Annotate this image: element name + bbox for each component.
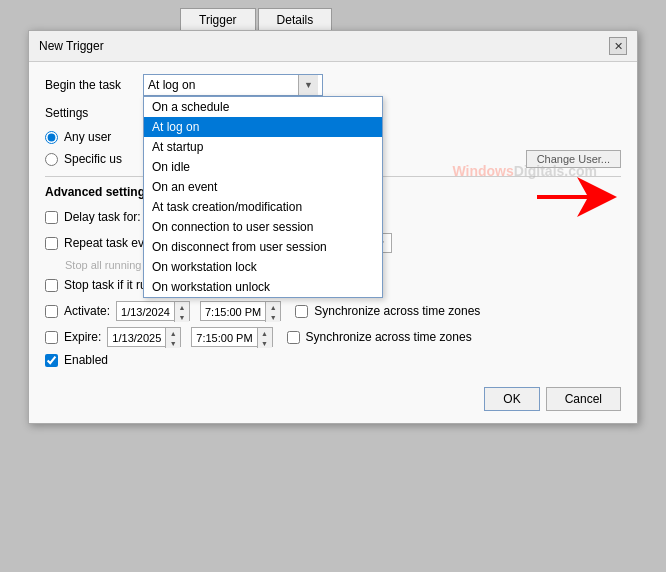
activate-sync-label: Synchronize across time zones bbox=[314, 304, 480, 318]
dropdown-item-1[interactable]: At log on bbox=[144, 117, 382, 137]
dropdown-item-6[interactable]: On connection to user session bbox=[144, 217, 382, 237]
activate-time-down[interactable]: ▼ bbox=[266, 312, 280, 322]
expire-sync-checkbox[interactable] bbox=[287, 331, 300, 344]
activate-date-up[interactable]: ▲ bbox=[175, 302, 189, 312]
activate-row: Activate: 1/13/2024 ▲ ▼ 7:15:00 PM ▲ ▼ S… bbox=[45, 301, 621, 321]
enabled-row: Enabled bbox=[45, 353, 621, 367]
expire-date-up[interactable]: ▲ bbox=[166, 328, 180, 338]
activate-date-field[interactable]: 1/13/2024 ▲ ▼ bbox=[116, 301, 190, 321]
activate-date-spin[interactable]: ▲ ▼ bbox=[174, 302, 189, 322]
stop-if-checkbox[interactable] bbox=[45, 279, 58, 292]
expire-time-down[interactable]: ▼ bbox=[258, 338, 272, 348]
any-user-radio[interactable] bbox=[45, 131, 58, 144]
dropdown-item-4[interactable]: On an event bbox=[144, 177, 382, 197]
begin-task-row: Begin the task At log on ▼ On a schedule… bbox=[45, 74, 621, 96]
delay-task-checkbox[interactable] bbox=[45, 211, 58, 224]
delay-task-label: Delay task for: bbox=[64, 210, 141, 224]
begin-task-dropdown-wrapper: At log on ▼ On a schedule At log on At s… bbox=[143, 74, 323, 96]
activate-time-field[interactable]: 7:15:00 PM ▲ ▼ bbox=[200, 301, 281, 321]
expire-date-text: 1/13/2025 bbox=[108, 328, 165, 346]
activate-sync-checkbox[interactable] bbox=[295, 305, 308, 318]
change-user-button[interactable]: Change User... bbox=[526, 150, 621, 168]
dialog-footer: OK Cancel bbox=[29, 379, 637, 423]
expire-time-spin[interactable]: ▲ ▼ bbox=[257, 328, 272, 348]
dropdown-item-3[interactable]: On idle bbox=[144, 157, 382, 177]
expire-time-text: 7:15:00 PM bbox=[192, 328, 256, 346]
dropdown-selected-text: At log on bbox=[148, 78, 298, 92]
enabled-label: Enabled bbox=[64, 353, 108, 367]
activate-time-spin[interactable]: ▲ ▼ bbox=[265, 302, 280, 322]
activate-time-text: 7:15:00 PM bbox=[201, 302, 265, 320]
specific-user-label: Specific us bbox=[64, 152, 122, 166]
specific-user-radio[interactable] bbox=[45, 153, 58, 166]
expire-checkbox[interactable] bbox=[45, 331, 58, 344]
settings-label: Settings bbox=[45, 106, 135, 120]
expire-date-spin[interactable]: ▲ ▼ bbox=[165, 328, 180, 348]
expire-label: Expire: bbox=[64, 330, 101, 344]
dropdown-item-8[interactable]: On workstation lock bbox=[144, 257, 382, 277]
activate-label: Activate: bbox=[64, 304, 110, 318]
dropdown-list: On a schedule At log on At startup On id… bbox=[143, 96, 383, 298]
activate-date-down[interactable]: ▼ bbox=[175, 312, 189, 322]
any-user-label: Any user bbox=[64, 130, 111, 144]
expire-sync-label: Synchronize across time zones bbox=[306, 330, 472, 344]
dropdown-item-7[interactable]: On disconnect from user session bbox=[144, 237, 382, 257]
expire-time-field[interactable]: 7:15:00 PM ▲ ▼ bbox=[191, 327, 272, 347]
expire-row: Expire: 1/13/2025 ▲ ▼ 7:15:00 PM ▲ ▼ Syn… bbox=[45, 327, 621, 347]
tab-bar: Trigger Details bbox=[180, 8, 332, 31]
begin-task-dropdown[interactable]: At log on ▼ bbox=[143, 74, 323, 96]
expire-time-up[interactable]: ▲ bbox=[258, 328, 272, 338]
activate-checkbox[interactable] bbox=[45, 305, 58, 318]
dialog-titlebar: New Trigger ✕ bbox=[29, 31, 637, 62]
cancel-button[interactable]: Cancel bbox=[546, 387, 621, 411]
expire-date-field[interactable]: 1/13/2025 ▲ ▼ bbox=[107, 327, 181, 347]
dropdown-item-2[interactable]: At startup bbox=[144, 137, 382, 157]
dialog-body: Begin the task At log on ▼ On a schedule… bbox=[29, 62, 637, 379]
activate-date-text: 1/13/2024 bbox=[117, 302, 174, 320]
begin-task-label: Begin the task bbox=[45, 78, 135, 92]
repeat-task-checkbox[interactable] bbox=[45, 237, 58, 250]
expire-date-down[interactable]: ▼ bbox=[166, 338, 180, 348]
dialog-title: New Trigger bbox=[39, 39, 104, 53]
enabled-checkbox[interactable] bbox=[45, 354, 58, 367]
new-trigger-dialog: New Trigger ✕ Begin the task At log on ▼… bbox=[28, 30, 638, 424]
dropdown-arrow-icon: ▼ bbox=[298, 75, 318, 95]
dropdown-item-0[interactable]: On a schedule bbox=[144, 97, 382, 117]
tab-details[interactable]: Details bbox=[258, 8, 333, 31]
activate-time-up[interactable]: ▲ bbox=[266, 302, 280, 312]
tab-trigger[interactable]: Trigger bbox=[180, 8, 256, 31]
dropdown-item-9[interactable]: On workstation unlock bbox=[144, 277, 382, 297]
close-button[interactable]: ✕ bbox=[609, 37, 627, 55]
dropdown-item-5[interactable]: At task creation/modification bbox=[144, 197, 382, 217]
ok-button[interactable]: OK bbox=[484, 387, 539, 411]
